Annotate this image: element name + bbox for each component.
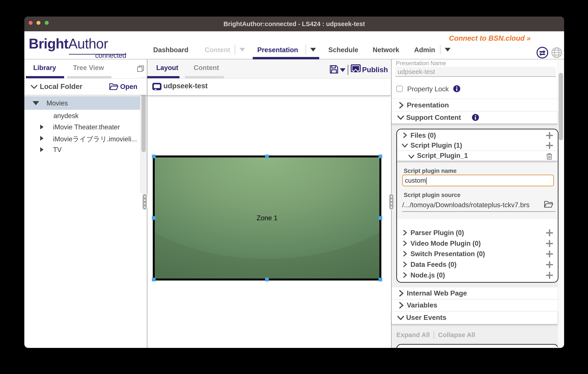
nav-dashboard[interactable]: Dashboard xyxy=(153,46,189,54)
tree-item-movies[interactable]: Movies xyxy=(24,96,141,110)
resize-handle-se[interactable] xyxy=(378,278,382,281)
tab-content[interactable]: Content xyxy=(194,64,219,72)
add-nodejs-icon[interactable] xyxy=(546,272,553,279)
info-icon[interactable] xyxy=(453,85,461,93)
chevron-right-icon xyxy=(403,251,408,256)
section-support-content[interactable]: Support Content xyxy=(392,111,557,124)
active-nav-underline xyxy=(253,57,319,59)
files-row[interactable]: Files (0) xyxy=(397,130,558,140)
section-internal-web-page[interactable]: Internal Web Page xyxy=(392,288,557,299)
video-mode-plugin-row[interactable]: Video Mode Plugin (0) xyxy=(397,238,558,249)
collapsed-triangle-icon[interactable] xyxy=(40,136,43,141)
script-plugin-item-row[interactable]: Script_Plugin_1 xyxy=(397,151,558,160)
resize-handle-n[interactable] xyxy=(265,155,269,158)
save-dropdown-icon[interactable] xyxy=(340,68,346,72)
publish-button[interactable]: Publish xyxy=(362,66,388,74)
chevron-right-icon xyxy=(399,302,404,309)
resize-handle-w[interactable] xyxy=(152,216,156,220)
browse-folder-icon[interactable] xyxy=(544,200,554,209)
property-lock-checkbox[interactable] xyxy=(396,86,403,92)
local-folder-label: Local Folder xyxy=(40,82,82,91)
script-plugin-source-value[interactable]: /.../tomoya/Downloads/rotateplus-tckv7.b… xyxy=(402,201,530,209)
text-caret xyxy=(426,177,427,184)
nav-presentation[interactable]: Presentation xyxy=(257,46,298,54)
brightauthor-logo: BrightAuthor xyxy=(29,36,108,52)
nav-admin[interactable]: Admin xyxy=(414,46,435,54)
expand-collapse-controls: Expand All Collapse All xyxy=(396,331,475,339)
nodejs-row[interactable]: Node.js (0) xyxy=(397,270,558,280)
tree-item-imovie-theater[interactable]: iMovie Theater.theater xyxy=(24,121,141,132)
script-plugin-detail: Script plugin name custom Script plugin … xyxy=(397,161,558,219)
admin-dropdown-icon[interactable] xyxy=(445,48,451,52)
resize-handle-nw[interactable] xyxy=(152,155,156,158)
tree-item-tv[interactable]: TV xyxy=(24,144,141,155)
tree-item-anydesk[interactable]: anydesk xyxy=(24,110,141,121)
user-events-box xyxy=(396,344,558,348)
resize-handle-e[interactable] xyxy=(378,216,382,220)
collapsed-triangle-icon[interactable] xyxy=(40,125,43,129)
script-plugin-name-label: Script plugin name xyxy=(404,168,457,174)
nav-separator xyxy=(305,45,306,54)
tab-layout[interactable]: Layout xyxy=(156,64,178,72)
expand-all-link[interactable]: Expand All xyxy=(396,331,430,339)
script-plugin-name-input[interactable]: custom xyxy=(402,175,554,186)
section-user-events[interactable]: User Events xyxy=(392,311,557,324)
add-parser-plugin-icon[interactable] xyxy=(546,229,553,236)
add-data-feeds-icon[interactable] xyxy=(546,261,553,268)
zone-1[interactable]: Zone 1 xyxy=(153,155,381,280)
chevron-down-icon xyxy=(408,154,414,159)
tab-tree-view[interactable]: Tree View xyxy=(73,64,104,72)
script-plugin-row[interactable]: Script Plugin (1) xyxy=(397,141,558,150)
chevron-right-icon xyxy=(403,262,408,267)
resize-handle-s[interactable] xyxy=(265,278,269,281)
globe-language-icon[interactable] xyxy=(551,47,562,58)
data-feeds-row[interactable]: Data Feeds (0) xyxy=(397,259,558,270)
zone-1-label: Zone 1 xyxy=(155,157,379,278)
add-switch-presentation-icon[interactable] xyxy=(546,250,553,257)
chevron-down-icon xyxy=(397,115,404,120)
add-video-mode-plugin-icon[interactable] xyxy=(546,240,553,247)
presentation-name-input[interactable]: udpseek-test xyxy=(396,67,556,77)
publish-icon[interactable] xyxy=(350,64,361,74)
inspector-scrollbar-thumb[interactable] xyxy=(559,73,563,140)
trash-icon[interactable] xyxy=(546,153,553,160)
tree-view-tab-underline xyxy=(67,76,112,78)
nav-schedule[interactable]: Schedule xyxy=(328,46,358,54)
source-underline xyxy=(402,211,556,212)
nav-network[interactable]: Network xyxy=(373,46,399,54)
expanded-triangle-icon[interactable] xyxy=(32,101,39,105)
section-presentation[interactable]: Presentation xyxy=(392,99,557,111)
presentation-dropdown-icon[interactable] xyxy=(310,48,316,52)
section-variables[interactable]: Variables xyxy=(392,299,557,311)
tree-item-imovie-library[interactable]: iMovieライブラリ.imovieli... xyxy=(24,132,141,144)
resize-handle-sw[interactable] xyxy=(152,278,156,281)
inspector-resize-handle[interactable] xyxy=(389,193,394,210)
content-dropdown-icon[interactable] xyxy=(240,48,245,52)
titlebar: BrightAuthor:connected - LS424 : udpseek… xyxy=(24,17,564,31)
local-folder-header[interactable]: Local Folder Open xyxy=(24,78,147,95)
connect-bsn-cloud-link[interactable]: Connect to BSN.cloud » xyxy=(407,34,531,43)
collapse-panel-icon[interactable] xyxy=(137,65,144,72)
parser-plugin-row[interactable]: Parser Plugin (0) xyxy=(397,228,558,238)
open-button[interactable]: Open xyxy=(120,83,137,91)
tab-library[interactable]: Library xyxy=(33,64,56,72)
chevron-down-icon xyxy=(31,85,38,89)
resize-handle-ne[interactable] xyxy=(378,155,382,158)
monitor-icon xyxy=(152,83,162,92)
info-icon[interactable] xyxy=(472,114,479,121)
add-script-plugin-icon[interactable] xyxy=(546,142,553,149)
save-icon[interactable] xyxy=(329,65,338,74)
collapsed-triangle-icon[interactable] xyxy=(40,147,43,152)
add-files-icon[interactable] xyxy=(546,132,553,139)
transfer-sync-icon[interactable] xyxy=(536,46,548,59)
window-title: BrightAuthor:connected - LS424 : udpseek… xyxy=(24,17,564,31)
nav-content[interactable]: Content xyxy=(205,46,230,54)
presentation-title: udpseek-test xyxy=(163,82,208,90)
chevron-right-icon xyxy=(399,290,404,297)
switch-presentation-row[interactable]: Switch Presentation (0) xyxy=(397,249,558,259)
sidebar-resize-handle[interactable] xyxy=(142,193,147,210)
collapse-all-link[interactable]: Collapse All xyxy=(438,331,475,339)
script-plugin-card: Files (0) Script Plugin (1) Script_Plugi… xyxy=(397,129,558,161)
open-folder-icon[interactable] xyxy=(109,82,118,91)
inspector-scrollbar[interactable] xyxy=(557,59,564,348)
